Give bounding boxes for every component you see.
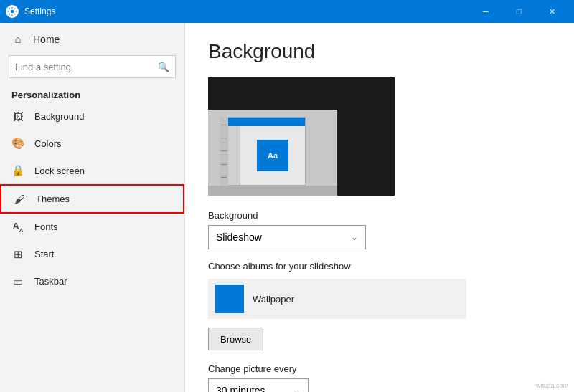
search-box[interactable]: 🔍	[9, 55, 176, 78]
sidebar-item-lock-screen[interactable]: 🔒 Lock screen	[0, 157, 184, 184]
ruler-line	[221, 125, 227, 125]
titlebar: Settings ─ □ ✕	[0, 0, 574, 23]
app-body: ⌂ Home 🔍 Personalization 🖼 Background 🎨 …	[0, 23, 574, 392]
ruler-line	[221, 177, 227, 178]
sidebar-item-start-label: Start	[34, 249, 54, 259]
sidebar-item-home[interactable]: ⌂ Home	[0, 23, 184, 55]
sidebar-item-start[interactable]: ⊞ Start	[0, 241, 184, 268]
background-dropdown[interactable]: Slideshow ⌄	[208, 225, 366, 249]
background-preview: Aa	[208, 77, 395, 196]
background-field-label: Background	[208, 210, 551, 221]
preview-ruler	[220, 117, 228, 186]
watermark: wisata.com	[536, 382, 568, 389]
change-picture-value: 30 minutes	[216, 385, 265, 392]
preview-window-titlebar	[220, 118, 305, 126]
start-icon: ⊞	[11, 248, 24, 261]
sidebar-item-colors-label: Colors	[34, 138, 62, 149]
chevron-down-icon-time: ⌄	[293, 386, 301, 392]
fonts-icon: AA	[11, 221, 24, 234]
taskbar-icon: ▭	[11, 275, 24, 288]
close-button[interactable]: ✕	[535, 0, 568, 23]
browse-button[interactable]: Browse	[208, 328, 263, 350]
preview-tile: Aa	[257, 140, 288, 171]
preview-desktop: Aa	[208, 110, 337, 196]
maximize-button[interactable]: □	[502, 0, 535, 23]
sidebar-item-background[interactable]: 🖼 Background	[0, 103, 184, 130]
ruler-line	[221, 138, 227, 138]
change-picture-label: Change picture every	[208, 363, 551, 374]
sidebar-item-fonts-label: Fonts	[34, 221, 58, 232]
window-controls: ─ □ ✕	[469, 0, 568, 23]
home-label: Home	[33, 34, 60, 45]
titlebar-left: Settings	[6, 5, 55, 18]
page-title: Background	[208, 40, 551, 63]
background-dropdown-value: Slideshow	[216, 231, 262, 243]
preview-taskbar	[208, 186, 337, 196]
sidebar-item-themes[interactable]: 🖌 Themes	[0, 184, 184, 214]
wallpaper-name: Wallpaper	[253, 294, 294, 305]
settings-app-icon	[6, 5, 19, 18]
colors-icon: 🎨	[11, 137, 24, 150]
sidebar-item-themes-label: Themes	[36, 193, 70, 204]
sidebar-item-taskbar-label: Taskbar	[34, 276, 67, 287]
sidebar-item-lock-screen-label: Lock screen	[34, 166, 85, 176]
wallpaper-item[interactable]: Wallpaper	[208, 279, 466, 319]
preview-window-content: Aa	[240, 126, 305, 185]
wallpaper-thumbnail	[215, 285, 244, 313]
ruler-line	[221, 150, 227, 151]
main-content: Background Aa	[185, 23, 574, 392]
sidebar-item-taskbar[interactable]: ▭ Taskbar	[0, 268, 184, 295]
chevron-down-icon: ⌄	[351, 232, 358, 242]
lock-screen-icon: 🔒	[11, 164, 24, 177]
preview-window: Aa	[220, 117, 306, 186]
search-input[interactable]	[15, 62, 158, 72]
sidebar-item-fonts[interactable]: AA Fonts	[0, 214, 184, 241]
change-picture-dropdown[interactable]: 30 minutes ⌄	[208, 378, 309, 392]
choose-albums-label: Choose albums for your slideshow	[208, 261, 551, 272]
preview-window-body: Aa	[220, 126, 305, 185]
home-icon: ⌂	[11, 33, 24, 45]
sidebar: ⌂ Home 🔍 Personalization 🖼 Background 🎨 …	[0, 23, 185, 392]
titlebar-title: Settings	[24, 6, 55, 16]
svg-point-0	[11, 10, 14, 14]
section-label: Personalization	[0, 84, 184, 103]
sidebar-item-colors[interactable]: 🎨 Colors	[0, 130, 184, 157]
ruler-line	[221, 164, 227, 165]
background-icon: 🖼	[11, 110, 24, 123]
themes-icon: 🖌	[13, 193, 26, 205]
sidebar-item-background-label: Background	[34, 111, 84, 122]
search-icon: 🔍	[158, 62, 169, 72]
minimize-button[interactable]: ─	[469, 0, 502, 23]
